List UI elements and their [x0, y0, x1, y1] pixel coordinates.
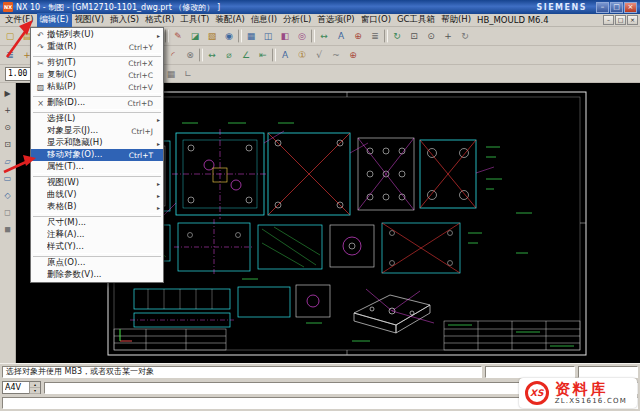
menu-help[interactable]: 帮助(H) — [438, 13, 474, 27]
weld-symbol-icon[interactable]: ~ — [328, 47, 344, 63]
menu-item-label: 剪切(T) — [47, 57, 119, 69]
close-button[interactable]: × — [624, 2, 637, 13]
menu-view[interactable]: 视图(V) — [72, 13, 107, 27]
doc-restore-button[interactable]: □ — [615, 15, 626, 25]
radial-dimension-icon[interactable]: ⌀ — [221, 47, 237, 63]
view-side-1 — [134, 289, 230, 309]
menu-edit[interactable]: 编辑(E) — [37, 13, 72, 27]
fit-window-icon[interactable]: ⊡ — [406, 28, 422, 44]
wireframe-icon[interactable]: ◻ — [1, 205, 15, 219]
menu-item-label: 视图(W) — [47, 177, 119, 189]
edit-table[interactable]: 表格(B) — [31, 201, 163, 213]
edit-curve[interactable]: 曲线(V) — [31, 189, 163, 201]
detail-view-icon[interactable]: ◎ — [294, 28, 310, 44]
refresh-icon[interactable]: ↻ — [389, 28, 405, 44]
ordinate-dimension-icon[interactable]: ⇤ — [255, 47, 271, 63]
edit-view[interactable]: 视图(W) — [31, 177, 163, 189]
sheet-selector[interactable]: ▴ ▾ — [2, 381, 41, 394]
submenu-arrow-icon — [153, 116, 160, 123]
dimension-icon[interactable]: ↔ — [316, 28, 332, 44]
centerline-icon[interactable]: ⊕ — [345, 47, 361, 63]
edit-selection[interactable]: 选择(L) — [31, 113, 163, 125]
menu-gc-toolbox[interactable]: GC工具箱 — [394, 13, 438, 27]
toolbar-icon-glyph: ~ — [332, 50, 340, 60]
base-view-icon[interactable]: ▦ — [243, 28, 259, 44]
menu-preferences[interactable]: 首选项(P) — [314, 13, 357, 27]
balloon-icon[interactable]: ① — [294, 47, 310, 63]
menu-item-shortcut: Ctrl+D — [123, 99, 153, 108]
rotate-icon[interactable]: ↻ — [457, 28, 473, 44]
menu-analysis[interactable]: 分析(L) — [280, 13, 314, 27]
menu-window[interactable]: 窗口(O) — [358, 13, 394, 27]
edit-undo-list[interactable]: ↶ 撤销列表(U) — [31, 29, 163, 41]
menu-item-label: 重做(R) — [47, 41, 119, 53]
grid-icon[interactable]: ▦ — [163, 66, 179, 82]
view-section-c — [258, 225, 322, 269]
minimize-button[interactable]: – — [596, 2, 609, 13]
surface-finish-icon[interactable]: √ — [311, 47, 327, 63]
toolbar-icon-glyph: ⌀ — [226, 50, 231, 60]
zoom-icon[interactable]: ⊙ — [423, 28, 439, 44]
sheet-spinner[interactable]: ▴ ▾ — [29, 382, 40, 394]
shaded-icon[interactable]: ◼ — [1, 222, 15, 236]
menu-item-icon: ↶ — [34, 31, 47, 40]
iso-view-icon[interactable]: ◇ — [1, 188, 15, 202]
menu-item-label: 文件(F) — [5, 14, 34, 24]
sketch-icon[interactable]: ✎ — [170, 28, 186, 44]
select-icon[interactable]: ▶ — [1, 86, 15, 100]
ortho-icon[interactable]: ∟ — [180, 66, 196, 82]
edit-remove-parameters[interactable]: 删除参数(V)... — [31, 269, 163, 281]
edit-delete[interactable]: × 删除(D)... Ctrl+D — [31, 97, 163, 109]
edit-move-object[interactable]: 移动对象(O)... Ctrl+T — [31, 149, 163, 161]
front-view-icon[interactable]: ▱ — [1, 154, 15, 168]
pan-view-icon[interactable]: + — [1, 103, 15, 117]
menu-file[interactable]: 文件(F) — [2, 13, 37, 27]
text-icon[interactable]: A — [277, 47, 293, 63]
pan-icon[interactable]: + — [440, 28, 456, 44]
menu-tools[interactable]: 工具(T) — [178, 13, 213, 27]
linear-dimension-icon[interactable]: ↔ — [204, 47, 220, 63]
angular-dimension-icon[interactable]: ∠ — [238, 47, 254, 63]
trim-icon[interactable]: ⊗ — [182, 47, 198, 63]
maximize-button[interactable]: □ — [610, 2, 623, 13]
menu-item-label: 首选项(P) — [317, 14, 354, 24]
doc-minimize-button[interactable]: – — [603, 15, 614, 25]
edit-paste[interactable]: ▨ 粘贴(P) Ctrl+V — [31, 81, 163, 93]
note-icon[interactable]: A — [333, 28, 349, 44]
submenu-arrow-icon — [153, 204, 160, 211]
edit-copy[interactable]: ⊞ 复制(C) Ctrl+C — [31, 69, 163, 81]
edit-annotation[interactable]: 注释(A)... — [31, 229, 163, 241]
layer-settings-icon[interactable]: ≣ — [2, 47, 18, 63]
menu-hb-mould[interactable]: HB_MOULD M6.4 — [474, 14, 552, 26]
projected-view-icon[interactable]: ◫ — [260, 28, 276, 44]
menu-assembly[interactable]: 装配(A) — [212, 13, 247, 27]
menu-information[interactable]: 信息(I) — [248, 13, 280, 27]
fit-view-icon[interactable]: ⊡ — [1, 137, 15, 151]
edit-style[interactable]: 样式(Y)... — [31, 241, 163, 253]
zoom-view-icon[interactable]: ⊙ — [1, 120, 15, 134]
hole-icon[interactable]: ◉ — [221, 28, 237, 44]
fillet-icon[interactable]: ◜ — [165, 47, 181, 63]
menu-format[interactable]: 格式(R) — [142, 13, 178, 27]
new-file-icon[interactable]: ▢ — [2, 28, 18, 44]
edit-cut[interactable]: ✂ 剪切(T) Ctrl+X — [31, 57, 163, 69]
section-view-icon[interactable]: ◧ — [277, 28, 293, 44]
extrude-icon[interactable]: ▧ — [204, 28, 220, 44]
menu-insert[interactable]: 插入(S) — [107, 13, 142, 27]
sheet-selector-input[interactable] — [3, 383, 29, 392]
edit-redo[interactable]: ↷ 重做(R) Ctrl+Y — [31, 41, 163, 53]
table-icon[interactable]: ≣ — [367, 28, 383, 44]
top-view-icon[interactable]: ▭ — [1, 171, 15, 185]
edit-object-display[interactable]: 对象显示(J)... Ctrl+J — [31, 125, 163, 137]
doc-close-button[interactable]: × — [627, 15, 638, 25]
edit-show-hide[interactable]: 显示和隐藏(H) — [31, 137, 163, 149]
edit-properties[interactable]: 属性(T)... — [31, 161, 163, 173]
spin-down-icon[interactable]: ▾ — [30, 388, 40, 394]
datum-plane-icon[interactable]: ◪ — [187, 28, 203, 44]
edit-dimension[interactable]: 尺寸(M)... — [31, 217, 163, 229]
edit-origin[interactable]: 原点(O)... — [31, 257, 163, 269]
center-mark-icon[interactable]: ⊕ — [350, 28, 366, 44]
menu-item-label: 粘贴(P) — [47, 81, 119, 93]
toolbar-icon-glyph: ◇ — [4, 191, 10, 200]
drawing-frame — [108, 92, 586, 355]
